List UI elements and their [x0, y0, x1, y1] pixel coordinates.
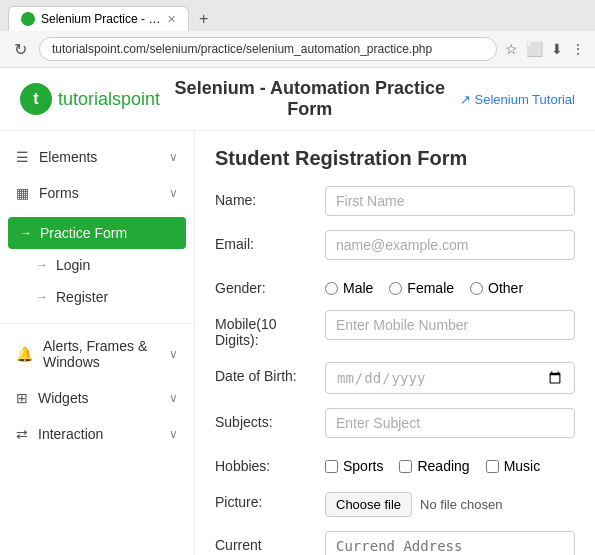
sidebar-item-register[interactable]: → Register [0, 281, 194, 313]
gender-other-option[interactable]: Other [470, 280, 523, 296]
logo-plain: tutorials [58, 89, 121, 109]
choose-file-button[interactable]: Choose file [325, 492, 412, 517]
forms-icon: ▦ [16, 185, 29, 201]
sidebar-label-forms: Forms [39, 185, 79, 201]
url-input[interactable]: tutorialspoint.com/selenium/practice/sel… [39, 37, 497, 61]
selenium-tutorial-link[interactable]: ↗ Selenium Tutorial [460, 92, 575, 107]
browser-tab[interactable]: Selenium Practice - Student ... ✕ [8, 6, 189, 31]
gender-female-option[interactable]: Female [389, 280, 454, 296]
hobby-reading-label: Reading [417, 458, 469, 474]
address-row: Current Address: [215, 531, 575, 555]
subjects-control [325, 408, 575, 438]
tab-bar: Selenium Practice - Student ... ✕ + [0, 0, 595, 31]
picture-row: Picture: Choose file No file chosen [215, 488, 575, 517]
gender-female-label: Female [407, 280, 454, 296]
hobbies-control: Sports Reading Music [325, 452, 575, 474]
hobbies-label: Hobbies: [215, 452, 315, 474]
sidebar-item-practice-form[interactable]: → Practice Form [8, 217, 186, 249]
sidebar-label-interaction: Interaction [38, 426, 103, 442]
sidebar-divider [0, 323, 194, 324]
address-bar: ↻ tutorialspoint.com/selenium/practice/s… [0, 31, 595, 67]
login-label: Login [56, 257, 90, 273]
sidebar-label-widgets: Widgets [38, 390, 89, 406]
sidebar-item-login[interactable]: → Login [0, 249, 194, 281]
hobby-music-checkbox[interactable] [486, 460, 499, 473]
subjects-input[interactable] [325, 408, 575, 438]
chevron-down-icon: ∨ [169, 391, 178, 405]
sidebar-label-elements: Elements [39, 149, 97, 165]
mobile-control [325, 310, 575, 340]
logo-accent: point [121, 89, 160, 109]
gender-other-label: Other [488, 280, 523, 296]
gender-radio-group: Male Female Other [325, 274, 575, 296]
gender-male-radio[interactable] [325, 282, 338, 295]
address-control [325, 531, 575, 555]
dob-input[interactable] [325, 362, 575, 394]
hobby-sports-checkbox[interactable] [325, 460, 338, 473]
email-label: Email: [215, 230, 315, 252]
sidebar-item-elements[interactable]: ☰ Elements ∨ [0, 139, 194, 175]
sidebar-item-widgets[interactable]: ⊞ Widgets ∨ [0, 380, 194, 416]
reload-button[interactable]: ↻ [10, 38, 31, 61]
chevron-down-icon: ∨ [169, 427, 178, 441]
site-header: t tutorialspoint Selenium - Automation P… [0, 68, 595, 131]
elements-icon: ☰ [16, 149, 29, 165]
sidebar-label-alerts: Alerts, Frames & Windows [43, 338, 169, 370]
logo: t tutorialspoint [20, 83, 160, 115]
dob-control [325, 362, 575, 394]
menu-icon[interactable]: ⋮ [571, 41, 585, 57]
new-tab-button[interactable]: + [193, 8, 214, 30]
external-link-icon: ↗ [460, 92, 471, 107]
logo-icon: t [20, 83, 52, 115]
chevron-down-icon: ∨ [169, 347, 178, 361]
mobile-row: Mobile(10Digits): [215, 310, 575, 348]
share-icon[interactable]: ⬜ [526, 41, 543, 57]
email-input[interactable] [325, 230, 575, 260]
arrow-right-icon: → [36, 290, 48, 304]
tab-title: Selenium Practice - Student ... [41, 12, 161, 26]
name-input[interactable] [325, 186, 575, 216]
interaction-icon: ⇄ [16, 426, 28, 442]
email-control [325, 230, 575, 260]
mobile-label: Mobile(10Digits): [215, 310, 315, 348]
sidebar-item-forms[interactable]: ▦ Forms ∨ [0, 175, 194, 211]
dob-row: Date of Birth: [215, 362, 575, 394]
hobby-reading-checkbox[interactable] [399, 460, 412, 473]
hobby-music-label: Music [504, 458, 541, 474]
hobby-music-option[interactable]: Music [486, 458, 541, 474]
gender-male-option[interactable]: Male [325, 280, 373, 296]
gender-control: Male Female Other [325, 274, 575, 296]
form-title: Student Registration Form [215, 147, 575, 170]
name-control [325, 186, 575, 216]
forms-submenu: → Practice Form → Login → Register [0, 211, 194, 319]
mobile-input[interactable] [325, 310, 575, 340]
gender-other-radio[interactable] [470, 282, 483, 295]
bookmark-icon[interactable]: ☆ [505, 41, 518, 57]
address-textarea[interactable] [325, 531, 575, 555]
dob-label: Date of Birth: [215, 362, 315, 384]
gender-label: Gender: [215, 274, 315, 296]
file-input-row: Choose file No file chosen [325, 488, 575, 517]
register-label: Register [56, 289, 108, 305]
address-label: Current Address: [215, 531, 315, 555]
gender-female-radio[interactable] [389, 282, 402, 295]
sidebar-item-alerts[interactable]: 🔔 Alerts, Frames & Windows ∨ [0, 328, 194, 380]
chevron-down-icon: ∨ [169, 186, 178, 200]
picture-label: Picture: [215, 488, 315, 510]
name-label: Name: [215, 186, 315, 208]
subjects-row: Subjects: [215, 408, 575, 438]
hobby-sports-label: Sports [343, 458, 383, 474]
browser-chrome: Selenium Practice - Student ... ✕ + ↻ tu… [0, 0, 595, 68]
gender-row: Gender: Male Female Other [215, 274, 575, 296]
sidebar-item-interaction[interactable]: ⇄ Interaction ∨ [0, 416, 194, 452]
tutorial-link-text: Selenium Tutorial [475, 92, 575, 107]
logo-letter: t [33, 90, 38, 108]
name-row: Name: [215, 186, 575, 216]
hobby-sports-option[interactable]: Sports [325, 458, 383, 474]
hobby-reading-option[interactable]: Reading [399, 458, 469, 474]
browser-actions: ☆ ⬜ ⬇ ⋮ [505, 41, 585, 57]
download-icon[interactable]: ⬇ [551, 41, 563, 57]
tab-close-button[interactable]: ✕ [167, 13, 176, 26]
arrow-right-icon: → [36, 258, 48, 272]
page: t tutorialspoint Selenium - Automation P… [0, 68, 595, 555]
